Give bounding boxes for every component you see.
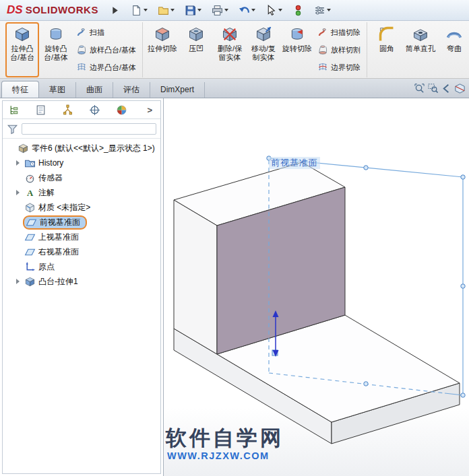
ribbon-button-label: 删除/保留实体 (214, 44, 245, 61)
feature-manager-box: > 零件6 (默认<<默认>_显示状态 1>)History传感器A注解材质 <… (2, 100, 161, 474)
plane-handle[interactable] (461, 393, 465, 397)
boundary-icon (76, 62, 87, 73)
open-document-button[interactable] (156, 3, 176, 18)
previous-view-button[interactable] (441, 83, 452, 94)
model-canvas[interactable] (164, 98, 469, 476)
ribbon-button-move-body[interactable]: 移动/复制实体 (247, 22, 280, 77)
main-area: > 零件6 (默认<<默认>_显示状态 1>)History传感器A注解材质 <… (0, 98, 469, 476)
loft-cut-icon (317, 44, 328, 55)
fm-property-icon (35, 104, 46, 116)
graphics-viewport[interactable]: 前视基准面 软件自学网 WWW.RJZXW.COM (164, 98, 469, 476)
fm-dimxpert-tab[interactable] (89, 104, 116, 116)
svg-text:A: A (27, 189, 34, 198)
sweep-icon (76, 27, 87, 38)
undo-button[interactable] (237, 3, 257, 18)
tree-item-part[interactable]: 零件6 (默认<<默认>_显示状态 1>) (3, 141, 160, 156)
dropdown-arrow-icon[interactable] (251, 9, 255, 11)
ribbon-button-label: 旋转切除 (282, 44, 312, 53)
ribbon-group: 拉伸凸台/基台旋转凸台/基体扫描放样凸台/基体边界凸台/基体 (3, 22, 142, 77)
expand-caret-icon[interactable] (16, 190, 24, 195)
ribbon-button-sweep[interactable]: 扫描 (74, 27, 138, 38)
rebuild-button[interactable] (291, 3, 305, 18)
ribbon-button-indent[interactable]: 压凹 (179, 22, 213, 77)
move-body-icon (255, 26, 272, 43)
plane-icon (24, 232, 36, 243)
ribbon-stack: 扫描放样凸台/基体边界凸台/基体 (73, 22, 139, 77)
solidworks-window: DS SOLIDWORKS 拉伸凸台/基台旋转凸台/基体扫描放样凸台/基体边界凸… (0, 0, 469, 476)
select-button[interactable] (264, 3, 284, 18)
zoom-fit-button[interactable] (414, 83, 425, 94)
ribbon-button-label: 扫描切除 (331, 28, 361, 38)
dropdown-arrow-icon[interactable] (170, 9, 175, 11)
ribbon-button-revolve-boss[interactable]: 旋转凸台/基体 (39, 22, 73, 77)
fm-expand-chevron[interactable]: > (144, 105, 155, 115)
fm-tree-tab[interactable] (8, 104, 35, 116)
ribbon-button-label: 旋转凸台/基体 (40, 44, 71, 61)
tree-item-boss-extrude1[interactable]: 凸台-拉伸1 (3, 274, 160, 289)
tree-item-front-plane[interactable]: 前视基准面 (3, 215, 160, 230)
plane-handle[interactable] (461, 175, 465, 179)
tree-item-material[interactable]: 材质 <未指定> (3, 200, 160, 215)
plane-handle[interactable] (461, 284, 465, 288)
dropdown-arrow-icon[interactable] (327, 9, 331, 11)
options-button[interactable] (313, 3, 332, 18)
tab-dimxpert[interactable]: DimXpert (150, 82, 205, 98)
tree-item-origin[interactable]: 原点 (3, 259, 160, 274)
ribbon-button-extrude-boss[interactable]: 拉伸凸台/基台 (5, 22, 39, 77)
tab-evaluate[interactable]: 评估 (113, 82, 150, 98)
expand-menu-button[interactable] (108, 3, 122, 18)
ribbon-button-label: 拉伸凸台/基台 (7, 44, 38, 61)
section-view-button[interactable] (454, 83, 466, 94)
fm-config-tab[interactable] (62, 104, 89, 116)
wall-front-face[interactable] (174, 200, 217, 354)
ribbon-button-revolve-cut[interactable]: 旋转切除 (280, 22, 314, 77)
fm-display-tab[interactable] (116, 104, 143, 116)
tab-surfaces[interactable]: 曲面 (76, 82, 113, 98)
new-document-button[interactable] (129, 3, 149, 18)
expand-caret-icon[interactable] (16, 160, 24, 166)
tree-item-label: 右视基准面 (38, 246, 79, 258)
tree-item-label: 材质 <未指定> (38, 202, 90, 213)
print-button[interactable] (210, 3, 230, 18)
dropdown-arrow-icon[interactable] (197, 9, 201, 11)
tree-item-right-plane[interactable]: 右视基准面 (3, 244, 160, 259)
ribbon-button-boundary-cut[interactable]: 边界切除 (315, 62, 363, 73)
selected-item-highlight[interactable]: 前视基准面 (23, 215, 87, 230)
ribbon-button-loft[interactable]: 放样凸台/基体 (74, 44, 138, 55)
filter-input[interactable] (22, 123, 156, 135)
plane-handle[interactable] (364, 382, 368, 386)
folder-icon (158, 5, 169, 16)
fm-property-tab[interactable] (35, 104, 62, 116)
ribbon-button-label: 边界凸台/基体 (90, 63, 136, 73)
ribbon-button-sweep-cut[interactable]: 扫描切除 (315, 27, 363, 38)
tree-item-history[interactable]: History (3, 156, 160, 170)
ribbon-button-fillet[interactable]: 圆角 (370, 22, 404, 77)
plane-handle[interactable] (364, 166, 368, 170)
ribbon-button-label: 放样凸台/基体 (90, 45, 136, 55)
ribbon-button-label: 圆角 (379, 44, 394, 53)
tree-item-sensors[interactable]: 传感器 (3, 170, 160, 185)
tab-sketch[interactable]: 草图 (39, 82, 76, 98)
ribbon-button-flex[interactable]: 弯曲 (437, 22, 469, 77)
fm-dimxpert-icon (89, 104, 100, 116)
tree-item-top-plane[interactable]: 上视基准面 (3, 230, 160, 244)
dropdown-arrow-icon[interactable] (144, 9, 148, 11)
ribbon-button-hole[interactable]: 简单直孔 (404, 22, 437, 77)
ribbon-button-boundary[interactable]: 边界凸台/基体 (74, 62, 138, 73)
tree-item-annotations[interactable]: A注解 (3, 185, 160, 200)
zoom-area-button[interactable] (427, 83, 439, 94)
dropdown-arrow-icon[interactable] (278, 9, 282, 11)
ribbon-button-extrude-cut[interactable]: 拉伸切除 (146, 22, 179, 77)
dropdown-arrow-icon[interactable] (224, 9, 228, 11)
save-button[interactable] (183, 3, 203, 18)
front-plane-label[interactable]: 前视基准面 (269, 157, 320, 169)
tree-item-label: 上视基准面 (38, 232, 79, 243)
boundary-cut-icon (317, 62, 328, 73)
origin-icon (24, 261, 36, 273)
ribbon-button-delete-body[interactable]: 删除/保留实体 (213, 22, 247, 77)
part-icon (18, 143, 29, 154)
ribbon-button-loft-cut[interactable]: 放样切割 (315, 44, 363, 55)
ribbon-button-label: 拉伸切除 (148, 44, 177, 53)
tab-features[interactable]: 特征 (1, 81, 39, 98)
expand-caret-icon[interactable] (16, 279, 24, 284)
